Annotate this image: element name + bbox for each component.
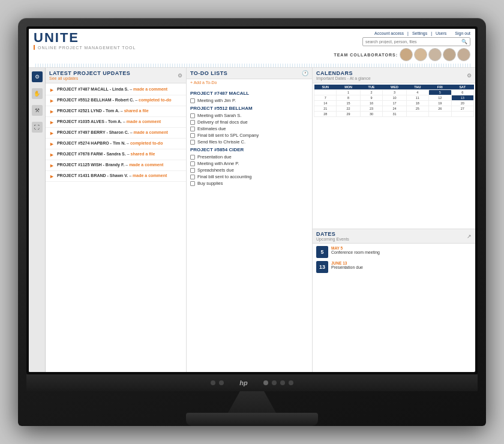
account-access-link[interactable]: Account access [374,31,404,35]
todo-checkbox[interactable] [190,175,195,179]
todo-text: Final bill sent to accounting [197,174,251,179]
calendar-day[interactable]: 21 [314,106,337,112]
todo-item[interactable]: Delivery of final docs due [190,119,308,125]
calendar-content: SUNMONTUEWEDTHUFRISAT 123456789101112131… [313,83,475,229]
update-text: PROJECT #5274 HAPBRO - Tim N. – complete… [57,140,163,146]
calendar-day[interactable]: 3 [383,90,406,95]
see-all-updates[interactable]: See all updates [49,76,130,80]
dates-header: DATES Upcoming Events ↗ [313,229,475,244]
todo-checkbox[interactable] [190,155,195,160]
update-item[interactable]: ► PROJECT #1431 BRAND - Shawn V. – made … [46,171,186,182]
calendar-day[interactable]: 23 [360,106,382,112]
dates-expand-icon[interactable]: ↗ [467,233,472,239]
todo-item[interactable]: Send files to Chrissie C. [190,139,308,145]
calendar-day[interactable]: 30 [360,112,382,117]
update-arrow-icon: ► [49,152,55,158]
settings-link[interactable]: Settings [412,31,427,35]
team-label: TEAM COLLABORATORS: [334,53,398,57]
calendar-day[interactable]: 13 [451,95,474,101]
date-badge: 5 [316,246,328,258]
calendar-day[interactable]: 6 [451,90,474,95]
update-text: PROJECT #7497 BERRY - Sharon C. – made a… [57,130,168,135]
calendar-day[interactable]: 7 [314,95,337,101]
todo-item[interactable]: Buy supplies [190,181,308,186]
todo-checkbox[interactable] [190,113,195,118]
calendar-day[interactable]: 19 [429,101,451,106]
calendar-day[interactable]: 29 [337,112,360,117]
users-link[interactable]: Users [436,31,446,35]
calendar-day[interactable]: 24 [383,106,406,112]
monitor-btn[interactable] [280,380,285,385]
todo-item[interactable]: Spreadsheets due [190,167,308,173]
calendar-day-header: FRI [429,85,451,90]
calendar-day[interactable]: 27 [451,106,474,112]
todo-item[interactable]: Final bill sent to accounting [190,174,308,179]
calendar-day[interactable]: 16 [360,101,382,106]
calendar-day[interactable]: 22 [337,106,360,112]
todo-item[interactable]: Meeting with Jim P. [190,98,308,103]
todo-item[interactable]: Presentation due [190,154,308,160]
calendar-day[interactable]: 10 [383,95,406,101]
calendar-day[interactable]: 20 [451,101,474,106]
calendar-day[interactable]: 4 [406,90,428,95]
calendar-day-header: MON [337,85,360,90]
calendar-day[interactable]: 12 [429,95,451,101]
calendar-day[interactable]: 5 [429,90,451,95]
todo-checkbox[interactable] [190,181,195,186]
monitor-btn[interactable] [289,380,293,385]
todo-clock-icon[interactable]: 🕐 [302,70,308,76]
avatar [414,48,427,61]
add-todo-button[interactable]: + Add a To-Do [187,79,312,86]
sidebar-icon-gear[interactable]: ⚙ [32,71,43,82]
monitor-btn[interactable] [272,380,277,385]
date-item[interactable]: 13 JUNE 13 Presentation due [316,261,472,273]
update-item[interactable]: ► PROJECT #5512 BELLHAM - Robert C. – co… [46,95,186,106]
calendars-settings-icon[interactable]: ⚙ [467,73,472,79]
todo-item[interactable]: Meeting with Sarah S. [190,113,308,118]
monitor-power-btn[interactable] [263,380,268,385]
todo-checkbox[interactable] [190,140,195,145]
update-item[interactable]: ► PROJECT #7678 FARM - Sandra S. – share… [46,149,186,160]
todo-checkbox[interactable] [190,161,195,166]
updates-settings-icon[interactable]: ⚙ [178,73,182,79]
calendar-day[interactable]: 25 [406,106,428,112]
todo-checkbox[interactable] [190,133,195,138]
dates-title: DATES [316,231,349,237]
calendar-day[interactable]: 26 [429,106,451,112]
calendar-day[interactable]: 14 [314,101,337,106]
todo-checkbox[interactable] [190,168,195,173]
sidebar-icon-monitor[interactable]: ⛶ [32,122,43,133]
todo-item[interactable]: Meeting with Anne P. [190,161,308,166]
app-subtitle: ONLINE PROJECT MANAGEMENT TOOL [34,45,136,50]
sidebar-icon-hand[interactable]: ✋ [32,88,43,99]
update-item[interactable]: ► PROJECT #1125 WISH - Brandy F. – made … [46,160,186,171]
update-item[interactable]: ► PROJECT #5274 HAPBRO - Tim N. – comple… [46,139,186,149]
calendar-day[interactable]: 28 [314,112,337,117]
calendar-day[interactable]: 31 [383,112,406,117]
todo-checkbox[interactable] [190,127,195,131]
calendar-day[interactable]: 15 [337,101,360,106]
calendar-day[interactable]: 11 [406,95,428,101]
update-item[interactable]: ► PROJECT #2521 LYND - Tom A. – shared a… [46,106,186,117]
todo-checkbox[interactable] [190,120,195,125]
monitor-btn[interactable] [211,380,215,385]
date-item[interactable]: 5 MAY 5 Conference room meeting [316,246,472,258]
todo-item[interactable]: Final bill sent to SPL Company [190,133,308,138]
todo-checkbox[interactable] [190,98,195,103]
calendar-day[interactable]: 8 [337,95,360,101]
update-item[interactable]: ► PROJECT #7487 MACALL - Linda S. – made… [46,85,186,95]
right-column: CALENDARS Important Dates - At a glance … [313,68,475,372]
update-item[interactable]: ► PROJECT #1035 ALVES - Tom A. – made a … [46,117,186,128]
calendar-day[interactable]: 2 [360,90,382,95]
update-arrow-icon: ► [49,163,55,169]
calendar-day[interactable]: 18 [406,101,428,106]
calendar-day[interactable]: 1 [337,90,360,95]
todo-item[interactable]: Estimates due [190,126,308,131]
calendar-day[interactable]: 9 [360,95,382,101]
sidebar-icon-settings[interactable]: ⚒ [32,105,43,116]
calendar-day[interactable]: 17 [383,101,406,106]
monitor-btn[interactable] [219,380,224,385]
search-input[interactable] [365,40,461,44]
signout-link[interactable]: Sign out [455,31,470,35]
update-item[interactable]: ► PROJECT #7497 BERRY - Sharon C. – made… [46,128,186,139]
